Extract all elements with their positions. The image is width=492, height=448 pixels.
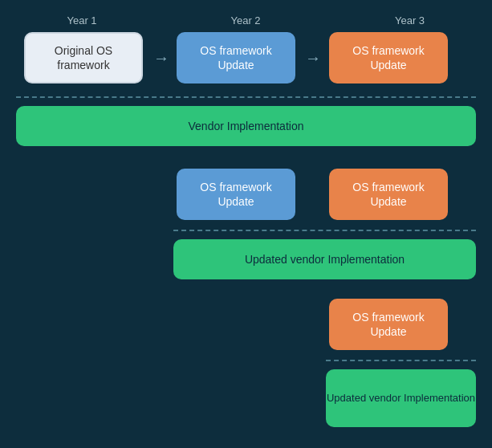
vendor-bar-full: Vendor Implementation [16, 106, 476, 146]
year3-label: Year 3 [327, 14, 492, 26]
dashed-line-3 [326, 360, 476, 361]
os-update-box-orange: OS framework Update [329, 32, 448, 83]
os-update-mid-blue: OS framework Update [177, 169, 295, 220]
os-update-box-blue: OS framework Update [177, 32, 295, 83]
year2-label: Year 2 [164, 14, 327, 26]
arrow-2: → [299, 47, 327, 69]
dashed-line-1 [16, 96, 476, 98]
vendor-bar-bottom: Updated vendor Implementation [326, 369, 476, 427]
original-os-box: Original OS framework [24, 32, 143, 83]
os-update-mid-orange: OS framework Update [329, 169, 448, 220]
os-update-bottom-orange: OS framework Update [329, 299, 448, 350]
vendor-bar-mid: Updated vendor Implementation [173, 239, 476, 279]
arrow-1: → [148, 47, 175, 69]
year1-label: Year 1 [0, 14, 164, 26]
dashed-line-2 [173, 230, 476, 231]
